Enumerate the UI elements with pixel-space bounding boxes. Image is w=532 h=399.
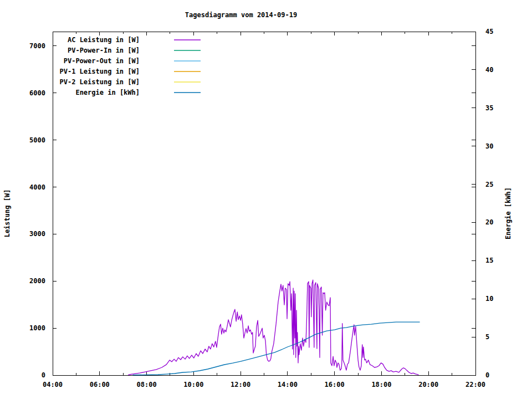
ac-power-line xyxy=(129,280,419,375)
y-right-tick-label: 20 xyxy=(485,218,493,226)
tagesdiagramm-chart: Tagesdiagramm vom 2014-09-19 Leistung [W… xyxy=(0,0,532,399)
legend-item-label: PV-Power-In in [W] xyxy=(68,47,140,54)
y-right-axis-title: Energie [kWh] xyxy=(504,187,512,239)
y-right-tick-label: 10 xyxy=(485,295,493,303)
y-right-tick-label: 15 xyxy=(485,257,493,264)
y-right-tick-label: 45 xyxy=(485,28,493,35)
legend-item-label: PV-2 Leistung in [W] xyxy=(60,78,140,86)
y-left-tick-label: 3000 xyxy=(29,230,45,238)
legend-item-label: PV-Power-Out in [W] xyxy=(64,57,140,65)
y-left-tick-label: 5000 xyxy=(29,136,45,144)
legend-item: PV-Power-Out in [W] xyxy=(64,57,201,65)
y-left-tick-label: 7000 xyxy=(29,42,45,50)
y-right-tick-label: 30 xyxy=(485,142,493,150)
legend-item: Energie in [kWh] xyxy=(75,89,201,96)
legend-item-label: PV-1 Leistung in [W] xyxy=(60,68,140,75)
chart-title: Tagesdiagramm vom 2014-09-19 xyxy=(185,11,297,19)
legend-item: PV-2 Leistung in [W] xyxy=(60,78,201,86)
x-tick-label: 12:00 xyxy=(231,381,250,388)
legend-item-label: AC Leistung in [W] xyxy=(68,36,140,44)
x-tick-label: 18:00 xyxy=(371,381,391,388)
legend-item: PV-Power-In in [W] xyxy=(68,47,201,54)
x-tick-label: 08:00 xyxy=(136,381,156,388)
x-tick-label: 10:00 xyxy=(183,381,203,388)
y-left-tick-label: 2000 xyxy=(29,277,45,285)
chart-canvas: Tagesdiagramm vom 2014-09-19 Leistung [W… xyxy=(0,0,532,399)
y-right-tick-label: 25 xyxy=(485,181,493,188)
y-right-tick-label: 0 xyxy=(485,371,489,379)
x-tick-label: 06:00 xyxy=(90,381,110,388)
y-left-tick-label: 0 xyxy=(42,371,45,379)
x-tick-label: 04:00 xyxy=(43,381,63,388)
y-left-axis-tick-labels: 01000200030004000500060007000 xyxy=(29,42,45,379)
data-series-lines xyxy=(129,280,420,375)
y-right-tick-label: 40 xyxy=(485,66,493,74)
y-left-axis-title: Leistung [W] xyxy=(3,190,11,238)
legend-item: PV-1 Leistung in [W] xyxy=(60,68,201,75)
legend-item: AC Leistung in [W] xyxy=(68,36,201,44)
y-right-axis-ticks xyxy=(472,32,475,337)
x-tick-label: 20:00 xyxy=(418,381,438,388)
x-tick-label: 14:00 xyxy=(278,381,298,388)
x-tick-label: 16:00 xyxy=(325,381,345,388)
y-left-tick-label: 4000 xyxy=(29,183,45,191)
y-left-tick-label: 6000 xyxy=(29,89,45,97)
y-right-tick-label: 5 xyxy=(485,333,489,341)
y-right-tick-label: 35 xyxy=(485,104,493,112)
legend: AC Leistung in [W]PV-Power-In in [W]PV-P… xyxy=(60,36,201,96)
y-left-tick-label: 1000 xyxy=(29,324,45,332)
x-tick-label: 22:00 xyxy=(466,381,485,388)
legend-item-label: Energie in [kWh] xyxy=(75,89,140,96)
x-axis-tick-labels: 04:0006:0008:0010:0012:0014:0016:0018:00… xyxy=(43,381,485,388)
y-right-axis-tick-labels: 051015202530354045 xyxy=(485,28,493,379)
